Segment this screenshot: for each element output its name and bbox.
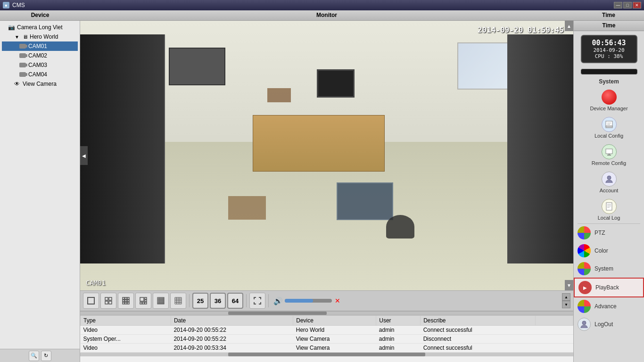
scroll-down-button[interactable]: ▼: [565, 280, 573, 290]
tree-root[interactable]: 📷 Camera Long Viet: [2, 23, 78, 32]
tree-view-camera[interactable]: 👁 View Camera: [2, 79, 78, 89]
svg-rect-16: [145, 300, 147, 302]
svg-rect-5: [123, 297, 124, 299]
svg-rect-22: [161, 297, 163, 299]
svg-rect-25: [159, 299, 161, 301]
cpu-value: CPU : 38%: [586, 53, 633, 59]
svg-rect-19: [145, 302, 147, 304]
log-scrollbar[interactable]: [80, 353, 573, 356]
view-25-label: 25: [197, 297, 204, 304]
svg-rect-3: [105, 301, 108, 304]
svg-rect-12: [125, 302, 127, 304]
left-panel-bottom: 🔍 ↻: [0, 349, 80, 362]
log-date-1: 2014-09-20 00:55:22: [171, 335, 293, 344]
ptz-button[interactable]: PTZ: [574, 224, 644, 242]
svg-rect-33: [159, 303, 161, 304]
layout-1-button[interactable]: [83, 293, 99, 309]
search-icon: 🔍: [31, 353, 37, 359]
layout-12-icon: [139, 296, 148, 305]
log-row-2[interactable]: Video 2014-09-20 00:53:34 View Camera ad…: [81, 344, 573, 353]
collapse-panel-button[interactable]: ◀: [80, 146, 88, 165]
fullscreen-button[interactable]: [249, 293, 265, 309]
tree-cam02[interactable]: CAM02: [2, 51, 78, 60]
remote-config-button[interactable]: Remote Config: [574, 141, 644, 169]
color-button[interactable]: Color: [574, 242, 644, 260]
log-device-1: View Camera: [293, 335, 376, 344]
app-title-text: CMS: [12, 2, 25, 8]
camera-timestamp: 2014-09-20 01:59:45: [478, 25, 564, 34]
date-value: 2014-09-20: [586, 47, 633, 53]
view-64-button[interactable]: 64: [227, 293, 243, 309]
log-scroll-thumb[interactable]: [228, 353, 425, 356]
layout-25-icon: [174, 296, 182, 305]
device-manager-button[interactable]: Device Manager: [574, 87, 644, 114]
layout-9-button[interactable]: [118, 293, 134, 309]
time-display: 00:56:43 2014-09-20 CPU : 38%: [581, 35, 637, 63]
volume-bar[interactable]: [285, 299, 332, 303]
minimize-button[interactable]: —: [614, 2, 622, 8]
local-log-icon: [602, 199, 617, 214]
left-panel: 📷 Camera Long Viet ▼ 🖥 Hero World CAM01: [0, 21, 80, 362]
account-button[interactable]: Account: [574, 169, 644, 196]
log-type-0: Video: [81, 326, 171, 335]
svg-rect-32: [157, 303, 159, 304]
right-tools-area: PTZ Color System PlayBa: [574, 224, 644, 362]
monitor: [317, 69, 355, 98]
header-row: Device Monitor Time: [0, 10, 644, 21]
device-tree: 📷 Camera Long Viet ▼ 🖥 Hero World CAM01: [0, 21, 80, 349]
layout-4-button[interactable]: [100, 293, 116, 309]
layout-1-icon: [87, 296, 95, 305]
local-config-button[interactable]: Local Config: [574, 114, 644, 141]
toolbar-divider-2: [246, 294, 247, 307]
log-row-1[interactable]: System Oper... 2014-09-20 00:55:22 View …: [81, 335, 573, 344]
view-25-button[interactable]: 25: [192, 293, 208, 309]
time-value: 00:56:43: [586, 39, 633, 47]
desk-items: [267, 88, 291, 102]
device-manager-label: Device Manager: [590, 106, 627, 111]
layout-16-icon: [157, 296, 165, 305]
svg-rect-34: [161, 303, 163, 304]
ptz-icon: [578, 226, 591, 239]
scroll-down-control[interactable]: ▼: [562, 301, 570, 308]
log-extra-2: [536, 344, 573, 353]
system-tool-button[interactable]: System: [574, 260, 644, 278]
view-36-button[interactable]: 36: [210, 293, 226, 309]
fullscreen-icon: [253, 296, 262, 305]
maximize-button[interactable]: □: [623, 2, 632, 8]
log-extra-0: [536, 326, 573, 335]
log-user-1: admin: [376, 335, 421, 344]
header-time-label: Time: [573, 10, 644, 21]
layout-25-button[interactable]: [170, 293, 186, 309]
volume-mute-icon: ✕: [335, 297, 340, 304]
local-log-button[interactable]: Local Log: [574, 196, 644, 223]
layout-16-button[interactable]: [153, 293, 169, 309]
advance-button[interactable]: Advance: [574, 297, 644, 315]
tree-cam01[interactable]: CAM01: [2, 41, 78, 51]
refresh-button[interactable]: ↻: [41, 351, 51, 361]
tree-root-icon: 📷: [8, 24, 15, 31]
scroll-up-control[interactable]: ▲: [562, 293, 570, 301]
tree-cam03[interactable]: CAM03: [2, 60, 78, 70]
printer: [169, 48, 225, 85]
horizontal-scrollbar[interactable]: [80, 311, 573, 315]
toolbar-divider-3: [268, 294, 269, 307]
close-button[interactable]: ✕: [633, 2, 641, 8]
remote-config-svg: [604, 147, 614, 156]
scrollbar-thumb[interactable]: [228, 312, 327, 315]
logout-button[interactable]: LogOut: [574, 315, 644, 333]
layout-12-button[interactable]: [135, 293, 151, 309]
local-config-icon: [602, 117, 617, 132]
refresh-icon: ↻: [44, 353, 48, 359]
col-user: User: [376, 316, 421, 326]
cam01-icon: [19, 42, 26, 50]
log-row-0[interactable]: Video 2014-09-20 00:55:22 Hero World adm…: [81, 326, 573, 335]
svg-rect-9: [125, 300, 127, 302]
playback-button[interactable]: PlayBack: [574, 278, 644, 297]
log-date-2: 2014-09-20 00:53:34: [171, 344, 293, 353]
tree-cam04[interactable]: CAM04: [2, 70, 78, 79]
search-button[interactable]: 🔍: [29, 351, 39, 361]
view-36-label: 36: [215, 297, 221, 304]
app-title: ■ CMS: [3, 2, 25, 8]
tree-group-heroworld[interactable]: ▼ 🖥 Hero World: [2, 32, 78, 41]
scroll-up-button[interactable]: ▲: [565, 21, 573, 31]
